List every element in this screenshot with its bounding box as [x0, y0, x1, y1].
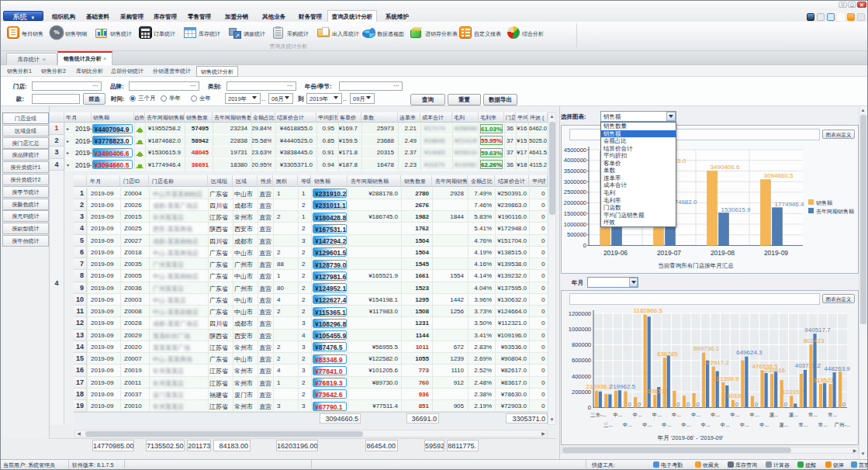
- svg-text:1500000: 1500000: [564, 210, 586, 217]
- svg-text:当前查询所有门店按年月汇总: 当前查询所有门店按年月汇总: [658, 262, 734, 269]
- svg-text:1000000: 1000000: [569, 326, 591, 333]
- svg-text:800000: 800000: [572, 341, 591, 348]
- svg-text:1530615.9: 1530615.9: [721, 206, 751, 213]
- svg-text:中...: 中...: [701, 422, 711, 427]
- svg-text:0: 0: [583, 242, 586, 249]
- svg-text:1200000: 1200000: [569, 310, 591, 317]
- svg-text:600000: 600000: [572, 357, 591, 364]
- svg-text:厦...: 厦...: [779, 422, 788, 428]
- svg-text:中...: 中...: [662, 422, 671, 427]
- svg-text:中...: 中...: [740, 422, 749, 427]
- svg-text:2019-08: 2019-08: [711, 249, 735, 257]
- svg-text:中...: 中...: [682, 422, 691, 427]
- svg-text:常...: 常...: [828, 412, 837, 417]
- svg-text:1039575: 1039575: [782, 389, 807, 396]
- svg-text:0: 0: [697, 401, 700, 408]
- svg-text:522917.2: 522917.2: [704, 359, 730, 366]
- svg-text:3500000: 3500000: [564, 168, 586, 175]
- svg-text:230916: 230916: [764, 367, 785, 374]
- svg-text:0: 0: [686, 401, 690, 408]
- svg-text:销售额: 销售额: [815, 200, 833, 206]
- svg-text:321399.9: 321399.9: [713, 375, 739, 382]
- svg-text:1182866.5: 1182866.5: [634, 307, 663, 314]
- svg-text:中...: 中...: [633, 412, 642, 417]
- svg-text:中...: 中...: [672, 412, 681, 417]
- svg-text:中...: 中...: [721, 422, 730, 427]
- svg-text:313523: 313523: [813, 377, 834, 384]
- svg-text:500000: 500000: [567, 231, 586, 238]
- svg-text:1774946.4: 1774946.4: [775, 201, 804, 208]
- svg-text:年月 '2019-06' - '2019-09': 年月 '2019-06' - '2019-09': [657, 434, 724, 441]
- svg-text:常...: 常...: [818, 422, 828, 427]
- svg-text:0: 0: [784, 401, 787, 408]
- svg-text:2000000: 2000000: [564, 199, 586, 206]
- svg-text:1000000: 1000000: [564, 221, 586, 228]
- svg-text:中...: 中...: [691, 412, 700, 417]
- svg-text:中...: 中...: [750, 412, 759, 417]
- svg-text:三...: 三...: [603, 422, 613, 427]
- svg-text:0: 0: [676, 401, 680, 408]
- svg-text:中...: 中...: [730, 412, 739, 417]
- svg-text:0: 0: [755, 401, 758, 408]
- svg-text:0: 0: [588, 404, 591, 411]
- svg-text:3000000: 3000000: [564, 178, 586, 185]
- svg-text:中...: 中...: [652, 412, 662, 417]
- svg-text:2500000: 2500000: [564, 188, 586, 195]
- svg-text:3490406.6: 3490406.6: [711, 164, 740, 171]
- svg-text:2019-09: 2019-09: [764, 249, 788, 257]
- svg-text:0: 0: [842, 401, 846, 408]
- svg-text:中...: 中...: [759, 422, 769, 427]
- svg-text:中...: 中...: [623, 422, 632, 427]
- svg-text:0: 0: [735, 401, 738, 408]
- svg-text:2019-06: 2019-06: [603, 249, 628, 257]
- svg-text:636285: 636285: [657, 351, 678, 358]
- svg-text:0: 0: [628, 401, 631, 408]
- svg-text:三水-...: 三水-...: [590, 412, 607, 417]
- svg-text:常...: 常...: [798, 422, 807, 427]
- svg-text:403739.2: 403739.2: [795, 362, 821, 369]
- svg-text:4500000: 4500000: [564, 147, 586, 154]
- svg-text:常...: 常...: [808, 412, 818, 417]
- svg-text:中...: 中...: [613, 412, 622, 417]
- svg-text:400000: 400000: [572, 373, 591, 380]
- svg-text:厦...: 厦...: [769, 412, 779, 418]
- svg-text:厦...: 厦...: [789, 412, 798, 418]
- svg-text:中...: 中...: [711, 412, 720, 417]
- svg-text:649624.3: 649624.3: [736, 349, 763, 356]
- svg-text:3094660.5: 3094660.5: [764, 172, 794, 179]
- svg-text:4000000: 4000000: [564, 157, 586, 164]
- svg-text:去年同期销售额: 去年同期销售额: [816, 209, 855, 214]
- svg-text:215936.2: 215936.2: [586, 383, 613, 390]
- svg-text:219962.5: 219962.5: [610, 383, 636, 390]
- svg-text:802423: 802423: [804, 337, 825, 344]
- svg-text:广州-...: 广州-...: [834, 422, 850, 427]
- svg-text:中...: 中...: [642, 422, 652, 427]
- svg-text:448263.9: 448263.9: [824, 365, 850, 372]
- svg-text:699736.1: 699736.1: [693, 345, 720, 352]
- svg-text:940517.7: 940517.7: [804, 327, 831, 333]
- svg-text:2019-07: 2019-07: [657, 249, 681, 257]
- svg-text:0: 0: [638, 401, 641, 408]
